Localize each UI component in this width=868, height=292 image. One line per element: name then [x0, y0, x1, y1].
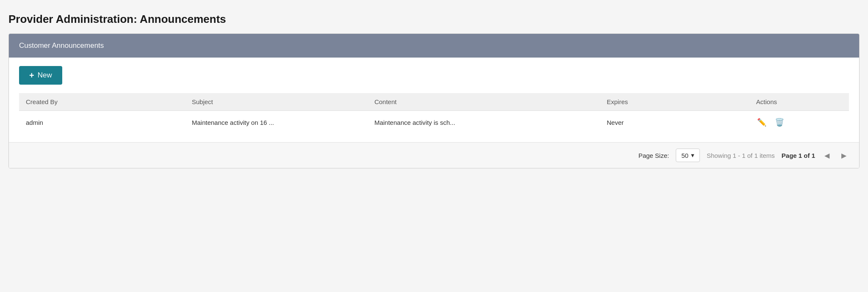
action-icons-group: ✏️ 🗑️ [756, 117, 842, 128]
cell-expires: Never [600, 111, 749, 134]
edit-button[interactable]: ✏️ [756, 117, 767, 128]
pencil-icon: ✏️ [757, 118, 766, 127]
table-body: admin Maintenance activity on 16 ... Mai… [19, 111, 849, 134]
prev-page-button[interactable]: ◀ [822, 150, 832, 161]
delete-button[interactable]: 🗑️ [774, 117, 785, 128]
trash-icon: 🗑️ [775, 118, 784, 127]
col-header-expires: Expires [600, 93, 749, 111]
page-title: Provider Administration: Announcements [8, 13, 860, 26]
cell-subject: Maintenance activity on 16 ... [185, 111, 368, 134]
card-header: Customer Announcements [9, 34, 859, 58]
page-info: Page 1 of 1 [782, 152, 815, 159]
table-header-row: Created By Subject Content Expires Actio… [19, 93, 849, 111]
cell-actions: ✏️ 🗑️ [749, 111, 849, 134]
announcements-card: Customer Announcements + New Created By … [8, 33, 860, 168]
table-footer: Page Size: 50 ▾ Showing 1 - 1 of 1 items… [9, 142, 859, 168]
new-button-label: New [38, 71, 52, 80]
col-header-subject: Subject [185, 93, 368, 111]
next-page-button[interactable]: ▶ [839, 150, 849, 161]
table-row: admin Maintenance activity on 16 ... Mai… [19, 111, 849, 134]
new-button[interactable]: + New [19, 66, 62, 85]
prev-arrow-icon: ◀ [824, 152, 829, 159]
cell-created-by: admin [19, 111, 185, 134]
cell-content: Maintenance activity is sch... [368, 111, 600, 134]
plus-icon: + [29, 71, 34, 80]
showing-text: Showing 1 - 1 of 1 items [707, 152, 775, 159]
page-size-label: Page Size: [639, 152, 669, 159]
announcements-table: Created By Subject Content Expires Actio… [19, 93, 849, 134]
next-arrow-icon: ▶ [841, 152, 846, 159]
card-body: + New Created By Subject Content Expires [9, 58, 859, 142]
col-header-created-by: Created By [19, 93, 185, 111]
col-header-content: Content [368, 93, 600, 111]
page-size-value: 50 [681, 152, 688, 159]
chevron-down-icon: ▾ [691, 152, 694, 159]
col-header-actions: Actions [749, 93, 849, 111]
page-size-select[interactable]: 50 ▾ [676, 149, 700, 162]
